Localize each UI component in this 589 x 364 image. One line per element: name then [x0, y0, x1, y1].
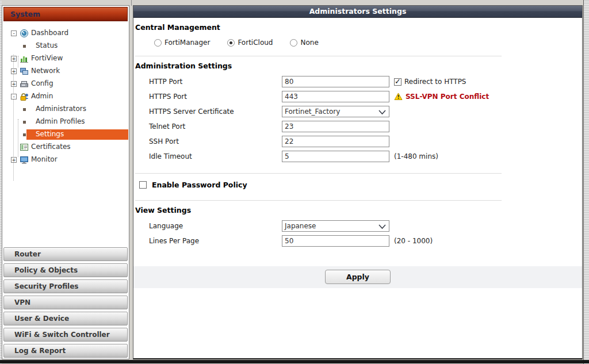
tree-item-network[interactable]: + Network — [2, 65, 128, 78]
password-policy-option[interactable]: Enable Password Policy — [139, 178, 582, 191]
tree-item-fortiview[interactable]: + FortiView — [2, 52, 128, 65]
radio-label: FortiManager — [165, 39, 210, 47]
dashboard-icon — [20, 29, 29, 38]
warning-text: SSL-VPN Port Conflict — [406, 93, 489, 101]
radio-fortimanager[interactable]: FortiManager — [154, 39, 210, 47]
language-select[interactable]: Japanese — [282, 220, 389, 232]
ssl-vpn-conflict-warning: ! SSL-VPN Port Conflict — [394, 93, 489, 101]
expand-icon[interactable]: + — [11, 157, 17, 163]
expand-icon[interactable]: + — [11, 56, 17, 62]
checkbox-checked-icon[interactable] — [394, 78, 401, 86]
expand-icon[interactable]: + — [11, 68, 17, 74]
admin-icon — [20, 92, 29, 101]
network-icon — [20, 67, 29, 76]
telnet-port-input[interactable] — [282, 121, 389, 132]
field-label: Idle Timeout — [149, 152, 282, 160]
tree-item-certificates[interactable]: Certificates — [2, 141, 128, 154]
monitor-icon — [20, 155, 29, 164]
certificates-icon — [20, 143, 29, 152]
https-port-row: HTTPS Port ! SSL-VPN Port Conflict — [133, 89, 582, 104]
tree-item-label: Network — [31, 67, 60, 75]
sidebar-section-policy-objects[interactable]: Policy & Objects — [3, 263, 128, 277]
checkbox-label: Redirect to HTTPS — [404, 78, 466, 86]
sidebar-section-system[interactable]: System — [3, 7, 128, 21]
tree-item-status[interactable]: Status — [2, 40, 128, 52]
field-label: Lines Per Page — [149, 237, 282, 245]
view-settings-rows: Language Japanese Lines Per Page (20 - 1… — [133, 219, 582, 248]
collapse-icon[interactable]: - — [11, 94, 17, 99]
tree-item-admin[interactable]: - Admin — [2, 90, 128, 103]
radio-icon[interactable] — [154, 39, 162, 47]
tree-item-monitor[interactable]: + Monitor — [2, 154, 128, 166]
main-panel: Administrators Settings Central Manageme… — [133, 5, 583, 359]
svg-text:!: ! — [397, 94, 399, 100]
view-settings-heading: View Settings — [135, 206, 582, 214]
radio-label: FortiCloud — [238, 39, 273, 47]
tree-item-label: Certificates — [31, 143, 71, 151]
collapse-icon[interactable]: - — [11, 30, 17, 36]
tree-item-dashboard[interactable]: - Dashboard — [2, 27, 128, 40]
tree-item-label: Dashboard — [31, 29, 68, 37]
checkbox-unchecked-icon[interactable] — [139, 181, 147, 189]
sidebar-section-log-report[interactable]: Log & Report — [3, 344, 128, 358]
http-port-input[interactable] — [282, 76, 389, 87]
https-port-input[interactable] — [282, 91, 389, 102]
radio-icon[interactable] — [290, 39, 297, 47]
checkbox-label: Enable Password Policy — [152, 181, 247, 189]
section-divider — [135, 56, 502, 56]
telnet-port-row: Telnet Port — [133, 119, 582, 134]
tree-item-label: Admin — [31, 92, 53, 100]
https-server-certificate-select[interactable]: Fortinet_Factory — [282, 106, 389, 117]
radio-label: None — [300, 39, 318, 47]
tree-item-label: Monitor — [31, 155, 58, 163]
chevron-down-icon — [378, 110, 386, 115]
chevron-down-icon — [378, 224, 386, 229]
language-row: Language Japanese — [133, 219, 582, 233]
navigation-tree: - Dashboard Status + FortiView + — [2, 27, 128, 166]
bullet-icon — [23, 133, 26, 136]
sidebar-section-user-device[interactable]: User & Device — [3, 312, 128, 325]
sidebar-menus: Router Policy & Objects Security Profile… — [3, 247, 128, 360]
range-hint: (1-480 mins) — [394, 152, 438, 160]
bullet-icon — [23, 108, 26, 111]
tree-item-admin-profiles[interactable]: Admin Profiles — [2, 116, 128, 128]
sidebar-section-router[interactable]: Router — [3, 247, 128, 261]
sidebar-section-vpn[interactable]: VPN — [3, 296, 128, 309]
range-hint: (20 - 1000) — [394, 237, 433, 245]
ssh-port-row: SSH Port — [133, 134, 582, 149]
window-right-edge — [583, 0, 589, 364]
http-port-row: HTTP Port Redirect to HTTPS — [133, 74, 582, 89]
radio-none[interactable]: None — [290, 39, 318, 47]
central-management-options: FortiManager FortiCloud None — [154, 39, 582, 47]
sidebar-section-security-profiles[interactable]: Security Profiles — [3, 279, 128, 293]
tree-item-administrators[interactable]: Administrators — [2, 103, 128, 116]
page-title: Administrators Settings — [133, 6, 582, 18]
lines-per-page-input[interactable] — [282, 235, 389, 247]
fortiview-icon — [20, 54, 29, 63]
field-label: HTTP Port — [149, 78, 282, 86]
bullet-icon — [23, 45, 26, 48]
radio-selected-icon[interactable] — [227, 39, 235, 47]
radio-forticloud[interactable]: FortiCloud — [227, 39, 273, 47]
redirect-https-option[interactable]: Redirect to HTTPS — [394, 78, 466, 86]
ssh-port-input[interactable] — [282, 136, 389, 147]
tree-item-settings-selected[interactable]: Settings — [2, 128, 128, 141]
apply-button[interactable]: Apply — [325, 270, 391, 284]
https-cert-row: HTTPS Server Certificate Fortinet_Factor… — [133, 104, 582, 119]
administration-settings-rows: HTTP Port Redirect to HTTPS HTTPS Port !… — [133, 74, 582, 164]
field-label: HTTPS Server Certificate — [149, 108, 282, 116]
field-label: Telnet Port — [149, 122, 282, 131]
field-label: HTTPS Port — [149, 93, 282, 101]
window-bottom-bar — [0, 360, 589, 363]
field-label: Language — [149, 222, 282, 230]
sidebar-section-wifi-switch-controller[interactable]: WiFi & Switch Controller — [3, 328, 128, 342]
settings-form: Central Management FortiManager FortiClo… — [133, 23, 582, 288]
panel-divider-line — [131, 0, 132, 6]
idle-timeout-input[interactable] — [282, 151, 389, 162]
expand-icon[interactable]: + — [11, 81, 17, 87]
config-icon — [20, 79, 29, 89]
warning-icon: ! — [394, 93, 403, 101]
tree-item-config[interactable]: + Config — [2, 78, 128, 90]
central-management-heading: Central Management — [135, 23, 582, 32]
section-divider — [135, 173, 502, 174]
